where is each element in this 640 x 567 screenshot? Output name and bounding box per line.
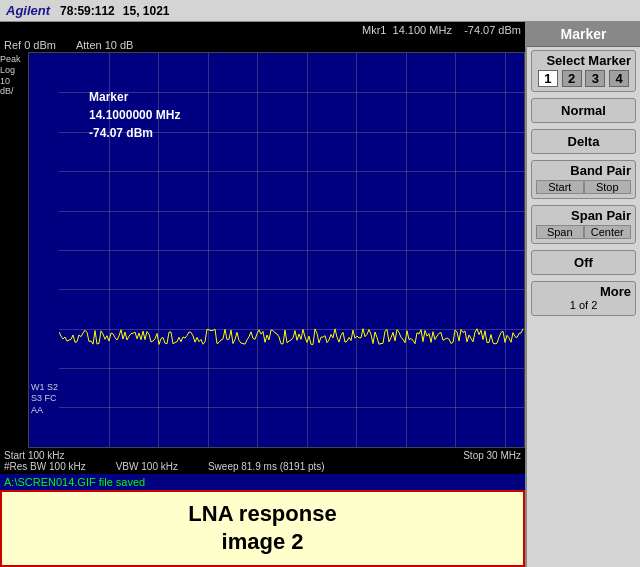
marker-annotation: Marker 14.1000000 MHz -74.07 dBm (89, 88, 180, 142)
s3-label: S3 FC (31, 393, 58, 405)
band-pair-label: Band Pair (532, 161, 635, 178)
main-layout: Mkr1 14.100 MHz -74.07 dBm Ref 0 dBm Att… (0, 22, 640, 567)
vbw-label: VBW 100 kHz (116, 461, 178, 472)
marker-num-1[interactable]: 1 (538, 70, 558, 87)
annotation-freq: 14.1000000 MHz (89, 106, 180, 124)
band-pair-sub: Start Stop (532, 178, 635, 198)
atten-label: Atten 10 dB (76, 39, 134, 51)
select-marker-label: Select Marker (532, 51, 635, 68)
marker-freq-amp: Mkr1 14.100 MHz -74.07 dBm (362, 24, 521, 36)
marker-line: Mkr1 14.100 MHz -74.07 dBm (0, 22, 525, 38)
more-label: More (532, 282, 635, 299)
log-label: Log (0, 65, 28, 76)
time-display: 78:59:112 (60, 4, 115, 18)
span-pair-center[interactable]: Center (584, 225, 632, 239)
span-pair-sub: Span Center (532, 223, 635, 243)
caption-box: LNA response image 2 (0, 490, 525, 567)
select-marker-nums: 1 2 3 4 (532, 68, 635, 91)
sweep-label: Sweep 81.9 ms (8191 pts) (208, 461, 325, 472)
caption-line2: image 2 (10, 528, 515, 557)
chart-container: Marker 14.1000000 MHz -74.07 dBm W1 S2 S… (28, 52, 525, 448)
select-marker-section[interactable]: Select Marker 1 2 3 4 (531, 50, 636, 92)
caption-line1: LNA response (10, 500, 515, 529)
band-pair-start[interactable]: Start (536, 180, 584, 194)
more-section[interactable]: More 1 of 2 (531, 281, 636, 316)
more-sub: 1 of 2 (532, 299, 635, 315)
peak-label: Peak (0, 54, 28, 65)
w1-label: W1 S2 (31, 382, 58, 394)
bottom-info: Start 100 kHz Stop 30 MHz #Res BW 100 kH… (0, 448, 525, 474)
screen-area: Mkr1 14.100 MHz -74.07 dBm Ref 0 dBm Att… (0, 22, 525, 567)
marker-num-4[interactable]: 4 (609, 70, 629, 87)
marker-num-2[interactable]: 2 (562, 70, 582, 87)
db-label: 10 (0, 76, 28, 87)
res-bw-label: #Res BW 100 kHz (4, 461, 86, 472)
span-pair-section[interactable]: Span Pair Span Center (531, 205, 636, 244)
band-pair-section[interactable]: Band Pair Start Stop (531, 160, 636, 199)
band-pair-stop[interactable]: Stop (584, 180, 632, 194)
span-pair-span[interactable]: Span (536, 225, 584, 239)
marker-num-3[interactable]: 3 (585, 70, 605, 87)
dbper-label: dB/ (0, 86, 28, 97)
aa-label: AA (31, 405, 58, 417)
ref-label: Ref 0 dBm (4, 39, 56, 51)
panel-title: Marker (527, 22, 640, 47)
right-panel: Marker Select Marker 1 2 3 4 Normal Delt… (525, 22, 640, 567)
span-pair-label: Span Pair (532, 206, 635, 223)
off-button[interactable]: Off (531, 250, 636, 275)
normal-button[interactable]: Normal (531, 98, 636, 123)
stop-label: Stop 30 MHz (463, 450, 521, 461)
status-bar: A:\SCREN014.GIF file saved (0, 474, 525, 490)
w1s2-labels: W1 S2 S3 FC AA (31, 382, 58, 417)
ref-line: Ref 0 dBm Atten 10 dB (0, 38, 525, 52)
top-bar: Agilent 78:59:112 15, 1021 (0, 0, 640, 22)
agilent-logo: Agilent (6, 3, 50, 18)
annotation-title: Marker (89, 88, 180, 106)
coord-display: 15, 1021 (123, 4, 170, 18)
annotation-amp: -74.07 dBm (89, 124, 180, 142)
status-message: A:\SCREN014.GIF file saved (4, 476, 145, 488)
delta-button[interactable]: Delta (531, 129, 636, 154)
start-label: Start 100 kHz (4, 450, 65, 461)
